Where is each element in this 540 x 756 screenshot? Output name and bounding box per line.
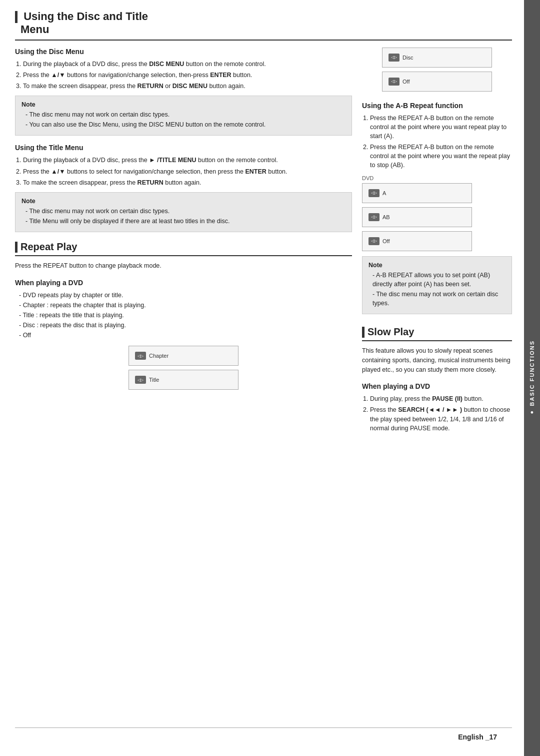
disc-off-osd-label: Off — [402, 79, 410, 85]
title-menu-heading: Using the Title Menu — [15, 144, 352, 152]
disc-menu-note: Note The disc menu may not work on certa… — [15, 96, 352, 136]
ab-repeat-step-1: Press the REPEAT A-B button on the remot… — [370, 114, 512, 141]
ab-repeat-steps: Press the REPEAT A-B button on the remot… — [362, 114, 512, 170]
repeat-dvd-item-3: Title : repeats the title that is playin… — [19, 311, 352, 320]
ab-repeat-heading: Using the A-B Repeat function — [362, 102, 512, 110]
page-number: English _17 — [458, 733, 497, 741]
disc-menu-note-item-1: The disc menu may not work on certain di… — [26, 110, 346, 119]
repeat-dvd-item-2: Chapter : repeats the chapter that is pl… — [19, 301, 352, 310]
repeat-play-heading: Repeat Play — [15, 241, 352, 256]
slow-play-bar — [362, 327, 364, 338]
ab-a-label: A — [382, 190, 386, 196]
title-menu-steps: During the playback of a DVD disc, press… — [15, 156, 352, 187]
ab-note-item-1: A-B REPEAT allows you to set point (AB) … — [372, 271, 506, 289]
disc-osd-off: ◁▷ Off — [382, 72, 492, 92]
slow-play-step-1: During play, press the PAUSE (II) button… — [370, 394, 512, 403]
disc-menu-note-list: The disc menu may not work on certain di… — [22, 110, 346, 129]
disc-menu-step-2: Press the ▲/▼ buttons for navigation/cha… — [23, 71, 352, 80]
disc-menu-step-3: To make the screen disappear, press the … — [23, 82, 352, 91]
disc-osd-label: Disc — [402, 55, 413, 61]
repeat-osd-title: ◁▷ Title — [128, 370, 238, 390]
repeat-dvd-item-5: Off — [19, 331, 352, 340]
ab-ab-label: AB — [382, 214, 390, 220]
disc-osd-icon: ◁▷ — [388, 54, 400, 62]
disc-osd-wrapper: ◁▷ Disc ◁▷ Off — [382, 48, 492, 92]
disc-osd-disc: ◁▷ Disc — [382, 48, 492, 68]
page-footer: English _17 — [15, 727, 512, 746]
repeat-play-bar — [15, 242, 18, 253]
title-menu-note: Note The disc menu may not work on certa… — [15, 192, 352, 232]
repeat-osd-wrapper: ◁▷ Chapter ◁▷ Title — [128, 346, 238, 390]
title-osd-label: Title — [149, 377, 159, 383]
repeat-play-description: Press the REPEAT button to change playba… — [15, 261, 352, 271]
disc-menu-heading: Using the Disc Menu — [15, 48, 352, 56]
ab-repeat-note-title: Note — [368, 262, 506, 269]
repeat-dvd-list: DVD repeats play by chapter or title. Ch… — [15, 291, 352, 340]
disc-menu-note-title: Note — [22, 101, 346, 108]
ab-osd-ab: ◁▷ AB — [362, 207, 472, 227]
ab-a-icon: ◁▷ — [368, 189, 380, 197]
page-wrapper: Using the Disc and Title Menu Using the … — [0, 0, 540, 756]
ab-off-icon: ◁▷ — [368, 237, 380, 245]
ab-osd-dvd-label: DVD — [362, 175, 472, 181]
title-menu-note-list: The disc menu may not work on certain di… — [22, 207, 346, 226]
title-bar-icon — [15, 11, 18, 23]
ab-off-label: Off — [382, 238, 390, 244]
page-title: Using the Disc and Title Menu — [15, 10, 512, 41]
ab-osd-wrapper: ◁▷ A ◁▷ AB ◁▷ Off — [362, 183, 472, 251]
title-menu-step-2: Press the ▲/▼ buttons to select for navi… — [23, 167, 352, 176]
title-menu-note-item-2: Title Menu will only be displayed if the… — [26, 217, 346, 226]
side-tab: ● Basic Functions — [524, 0, 540, 756]
left-column: Using the Disc Menu During the playback … — [15, 48, 362, 717]
chapter-osd-icon: ◁▷ — [135, 352, 146, 360]
slow-play-dvd-heading: When playing a DVD — [362, 382, 512, 390]
repeat-osd-chapter: ◁▷ Chapter — [128, 346, 238, 366]
title-menu-note-item-1: The disc menu may not work on certain di… — [26, 207, 346, 216]
title-menu-step-3: To make the screen disappear, press the … — [23, 178, 352, 187]
ab-repeat-note: Note A-B REPEAT allows you to set point … — [362, 256, 512, 315]
repeat-dvd-item-1: DVD repeats play by chapter or title. — [19, 291, 352, 300]
main-content: Using the Disc and Title Menu Using the … — [0, 0, 524, 756]
disc-menu-steps: During the playback of a DVD disc, press… — [15, 60, 352, 91]
title-menu-step-1: During the playback of a DVD disc, press… — [23, 156, 352, 165]
chapter-osd-label: Chapter — [149, 353, 168, 359]
title-text: Using the Disc and Title Menu — [15, 10, 148, 36]
repeat-dvd-heading: When playing a DVD — [15, 279, 352, 287]
ab-ab-icon: ◁▷ — [368, 213, 380, 221]
slow-play-description: This feature allows you to slowly repeat… — [362, 346, 512, 374]
ab-repeat-step-2: Press the REPEAT A-B button on the remot… — [370, 143, 512, 170]
disc-off-osd-icon: ◁▷ — [388, 78, 400, 86]
ab-repeat-note-list: A-B REPEAT allows you to set point (AB) … — [368, 271, 506, 308]
slow-play-step-2: Press the SEARCH (◄◄ / ►► ) button to ch… — [370, 405, 512, 432]
title-osd-icon: ◁▷ — [135, 376, 146, 384]
disc-menu-note-item-2: You can also use the Disc Menu, using th… — [26, 120, 346, 129]
two-col-layout: Using the Disc Menu During the playback … — [15, 48, 512, 717]
ab-osd-a: ◁▷ A — [362, 183, 472, 203]
right-column: ◁▷ Disc ◁▷ Off Using the A-B Repeat func… — [362, 48, 512, 717]
slow-play-steps: During play, press the PAUSE (II) button… — [362, 394, 512, 433]
side-tab-label: ● Basic Functions — [529, 340, 535, 416]
title-menu-note-title: Note — [22, 198, 346, 205]
ab-osd-off: ◁▷ Off — [362, 231, 472, 251]
repeat-dvd-item-4: Disc : repeats the disc that is playing. — [19, 321, 352, 330]
ab-note-item-2: The disc menu may not work on certain di… — [372, 290, 506, 308]
slow-play-heading: Slow Play — [362, 326, 512, 341]
disc-menu-step-1: During the playback of a DVD disc, press… — [23, 60, 352, 69]
